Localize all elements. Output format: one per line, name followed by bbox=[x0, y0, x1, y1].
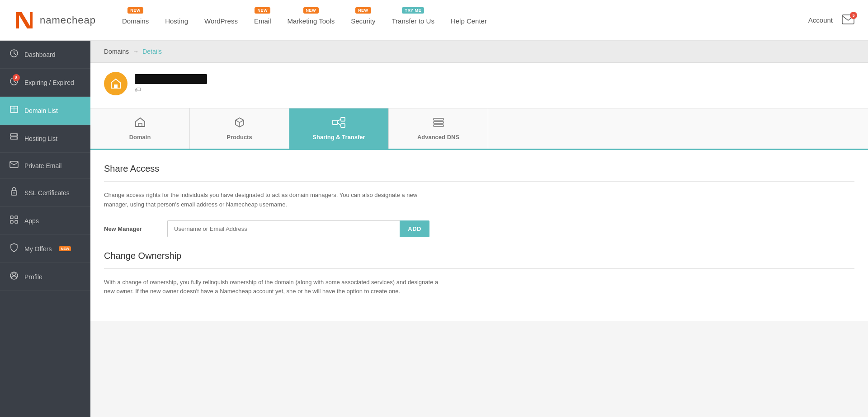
new-manager-label: New Manager bbox=[104, 225, 158, 232]
nav-helpcenter-label: Help Center bbox=[451, 17, 487, 25]
sidebar-item-apps[interactable]: Apps bbox=[0, 207, 90, 235]
logo-text: namecheap bbox=[40, 14, 96, 26]
new-manager-input-wrap: ADD bbox=[167, 220, 429, 237]
sidebar-item-hostinglist[interactable]: Hosting List bbox=[0, 125, 90, 153]
tabs: Domain Products Sharing & Transfer Advan… bbox=[90, 108, 868, 150]
content-area: Domains → Details 🏷 bbox=[90, 41, 868, 417]
tab-advanceddns[interactable]: Advanced DNS bbox=[389, 108, 488, 149]
nav-email[interactable]: NEW Email bbox=[246, 15, 279, 25]
hostinglist-label: Hosting List bbox=[24, 135, 57, 142]
tab-domain-icon bbox=[134, 117, 146, 131]
sidebar-item-myoffers[interactable]: My Offers NEW bbox=[0, 235, 90, 263]
change-ownership-divider bbox=[104, 268, 854, 269]
dashboard-label: Dashboard bbox=[24, 51, 56, 58]
change-ownership-description: With a change of ownership, you fully re… bbox=[104, 278, 439, 297]
nav-wordpress[interactable]: WordPress bbox=[196, 15, 246, 25]
svg-rect-11 bbox=[10, 216, 13, 219]
svg-rect-8 bbox=[10, 161, 18, 168]
account-button[interactable]: Account bbox=[808, 16, 833, 24]
tab-products[interactable]: Products bbox=[190, 108, 289, 149]
domain-avatar-icon bbox=[109, 77, 122, 90]
main-nav: NEW Domains Hosting WordPress NEW Email … bbox=[114, 15, 808, 25]
nav-transfer[interactable]: TRY ME Transfer to Us bbox=[383, 15, 442, 25]
new-manager-input[interactable] bbox=[167, 220, 400, 237]
email-badge: NEW bbox=[255, 7, 270, 14]
apps-label: Apps bbox=[24, 217, 39, 225]
tab-sharing-icon bbox=[332, 117, 346, 131]
tab-domain-label: Domain bbox=[129, 134, 151, 141]
svg-rect-12 bbox=[15, 216, 18, 219]
domain-avatar bbox=[104, 72, 127, 95]
nav-marketing[interactable]: NEW Marketing Tools bbox=[279, 15, 343, 25]
tab-domain[interactable]: Domain bbox=[90, 108, 190, 149]
share-access-divider bbox=[104, 181, 854, 182]
nav-security[interactable]: NEW Security bbox=[343, 15, 383, 25]
logo[interactable]: namecheap bbox=[14, 9, 96, 31]
sidebar-item-ssl[interactable]: SSL Certificates bbox=[0, 179, 90, 207]
add-manager-button[interactable]: ADD bbox=[400, 220, 429, 237]
svg-rect-18 bbox=[138, 123, 142, 127]
sidebar-item-privateemail[interactable]: Private Email bbox=[0, 153, 90, 179]
myoffers-label: My Offers bbox=[24, 245, 52, 253]
profile-label: Profile bbox=[24, 273, 42, 281]
sidebar: Dashboard Expiring / Expired 8 Domain Li… bbox=[0, 41, 90, 417]
ssl-icon bbox=[9, 187, 19, 198]
tab-products-label: Products bbox=[226, 134, 252, 141]
myoffers-new-badge: NEW bbox=[59, 246, 71, 251]
dashboard-icon bbox=[9, 49, 19, 60]
domainlist-icon bbox=[9, 105, 19, 116]
svg-rect-23 bbox=[434, 122, 443, 123]
privateemail-icon bbox=[9, 161, 19, 170]
tab-empty bbox=[488, 108, 868, 149]
svg-point-7 bbox=[16, 138, 17, 139]
breadcrumb: Domains → Details bbox=[90, 41, 868, 63]
mail-badge: 5 bbox=[850, 12, 857, 19]
mail-icon-wrap[interactable]: 5 bbox=[842, 14, 854, 26]
domainlist-label: Domain List bbox=[24, 107, 58, 114]
domain-name-block: 🏷 bbox=[135, 74, 207, 93]
nav-wordpress-label: WordPress bbox=[204, 17, 238, 25]
nav-hosting-label: Hosting bbox=[165, 17, 188, 25]
nav-marketing-label: Marketing Tools bbox=[287, 17, 335, 25]
page-content: Share Access Change access rights for th… bbox=[90, 150, 868, 321]
nav-transfer-label: Transfer to Us bbox=[392, 17, 434, 25]
breadcrumb-root[interactable]: Domains bbox=[104, 48, 129, 55]
domain-detail: 🏷 bbox=[90, 63, 868, 108]
change-ownership-title: Change Ownership bbox=[104, 251, 854, 261]
svg-rect-14 bbox=[15, 220, 18, 223]
account-label: Account bbox=[808, 16, 833, 24]
nav-helpcenter[interactable]: Help Center bbox=[443, 15, 495, 25]
sidebar-item-profile[interactable]: Profile bbox=[0, 263, 90, 291]
share-access-description: Change access rights for the individuals… bbox=[104, 191, 439, 210]
sidebar-item-domainlist[interactable]: Domain List bbox=[0, 97, 90, 125]
sidebar-item-expiring[interactable]: Expiring / Expired 8 bbox=[0, 69, 90, 97]
svg-point-10 bbox=[14, 192, 15, 194]
domains-badge: NEW bbox=[127, 7, 143, 14]
tab-sharing[interactable]: Sharing & Transfer bbox=[289, 108, 389, 149]
tab-advanceddns-label: Advanced DNS bbox=[417, 134, 459, 141]
domain-tag-icon[interactable]: 🏷 bbox=[135, 86, 207, 93]
privateemail-label: Private Email bbox=[24, 162, 61, 169]
header: namecheap NEW Domains Hosting WordPress … bbox=[0, 0, 868, 41]
svg-rect-19 bbox=[333, 120, 337, 125]
header-right: Account 5 bbox=[808, 14, 854, 26]
nav-security-label: Security bbox=[351, 17, 375, 25]
sidebar-item-dashboard[interactable]: Dashboard bbox=[0, 41, 90, 69]
nav-email-label: Email bbox=[254, 17, 271, 25]
tab-sharing-label: Sharing & Transfer bbox=[312, 134, 365, 141]
tab-products-icon bbox=[234, 117, 245, 131]
breadcrumb-arrow: → bbox=[132, 48, 139, 55]
svg-rect-13 bbox=[10, 220, 13, 223]
nav-hosting[interactable]: Hosting bbox=[157, 15, 196, 25]
nav-domains[interactable]: NEW Domains bbox=[114, 15, 157, 25]
svg-rect-22 bbox=[434, 118, 443, 120]
new-manager-row: New Manager ADD bbox=[104, 220, 854, 237]
ssl-label: SSL Certificates bbox=[24, 189, 70, 197]
svg-rect-17 bbox=[114, 84, 118, 88]
expiring-label: Expiring / Expired bbox=[24, 79, 74, 86]
security-badge: NEW bbox=[355, 7, 371, 14]
expiring-badge: 8 bbox=[13, 74, 20, 81]
svg-rect-24 bbox=[434, 125, 443, 127]
svg-rect-20 bbox=[341, 117, 345, 121]
breadcrumb-current: Details bbox=[142, 48, 162, 55]
